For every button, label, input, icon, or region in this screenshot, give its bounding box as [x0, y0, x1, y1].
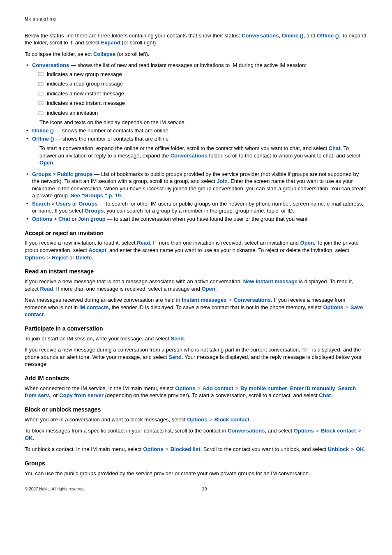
- text: .: [33, 435, 35, 441]
- heading-read: Read an instant message: [25, 268, 367, 275]
- text: Below the status line there are three fo…: [25, 32, 242, 39]
- options-link: Options: [143, 446, 163, 452]
- block-contact-link: Block contact: [214, 416, 249, 423]
- svg-point-5: [39, 111, 40, 112]
- list-item: indicates a read instant message: [38, 99, 367, 107]
- page-header: Messaging: [25, 16, 367, 22]
- instant-messages-link: Instant messages: [182, 297, 226, 303]
- text: New messages received during an active c…: [25, 297, 182, 303]
- heading-block: Block or unblock messages: [25, 406, 367, 414]
- text: folder, scroll to the contact to whom yo…: [208, 153, 360, 159]
- text: . If more than one invitation is receive…: [150, 240, 300, 246]
- text: .: [44, 311, 45, 317]
- delete-link: Delete: [76, 254, 92, 261]
- text: — shows the number of contacts that are …: [54, 127, 168, 134]
- groups-link: Groups: [32, 171, 51, 177]
- users-link: Users: [56, 201, 71, 207]
- text: ,: [279, 32, 282, 39]
- send-link: Send: [171, 335, 184, 342]
- heading-accept: Accept or reject an invitation: [25, 229, 367, 237]
- message-icon: [302, 347, 308, 353]
- text: (depending on the service provider). To …: [104, 392, 319, 398]
- offline-link: Offline (): [32, 136, 54, 142]
- options-link: Options: [175, 385, 195, 391]
- text: , the sender ID is displayed. To save a …: [108, 304, 323, 310]
- add-contact-link: Add contact: [203, 385, 233, 391]
- join-group-link: Join group: [78, 216, 106, 222]
- start-conv-text: To start a conversation, expand the onli…: [39, 145, 367, 166]
- ok-link: OK: [356, 446, 364, 452]
- options-link: Options: [187, 416, 207, 423]
- text: , and: [304, 32, 317, 39]
- join-link: Join: [217, 178, 228, 184]
- block-paragraph-2: To block messages from a specific contac…: [25, 427, 367, 442]
- im-contacts-link: IM contacts: [79, 304, 109, 310]
- footer: © 2007 Nokia. All rights reserved. 19: [25, 486, 367, 492]
- text: or: [71, 201, 78, 207]
- conversations-link: Conversations: [228, 428, 265, 434]
- text: (or scroll right).: [120, 39, 157, 46]
- text: — shows the list of new and read instant…: [69, 62, 306, 68]
- list-item: Conversations — shows the list of new an…: [25, 62, 367, 126]
- online-link: Online (): [32, 127, 54, 134]
- accept-link: Accept: [88, 247, 106, 253]
- list-item: Groups > Public groups — List of bookmar…: [25, 171, 367, 199]
- text: indicates a read group message: [47, 80, 123, 88]
- groups-link: Groups: [78, 201, 97, 207]
- options-link: Options: [323, 304, 343, 310]
- text: >: [51, 171, 57, 177]
- options-link: Options: [294, 428, 314, 434]
- list-item: indicates a read group message: [38, 80, 367, 88]
- see-groups-link[interactable]: See "Groups," p. 19.: [71, 192, 122, 199]
- heading-participate: Participate in a conversation: [25, 325, 367, 333]
- send-link: Send: [168, 354, 182, 360]
- block-paragraph-1: When you are in a conversation and want …: [25, 416, 367, 423]
- unblock-paragraph: To unblock a contact, in the IM main men…: [25, 446, 367, 453]
- reject-link: Reject: [52, 254, 68, 261]
- main-list: Conversations — shows the list of new an…: [25, 62, 367, 222]
- icons-note: The icons and texts on the display depen…: [39, 119, 367, 126]
- text: , you can search for a group by a member…: [104, 208, 294, 214]
- accept-paragraph: If you receive a new invitation, to read…: [25, 239, 367, 261]
- read-paragraph-2: New messages received during an active c…: [25, 296, 367, 318]
- chat-link: Chat: [329, 145, 341, 151]
- groups-link: Groups: [85, 208, 104, 214]
- chat-link: Chat: [58, 216, 70, 222]
- chevron-icon: >: [357, 427, 362, 435]
- public-groups-link: Public groups: [57, 171, 93, 177]
- text: . If more than one message is received, …: [53, 286, 201, 292]
- options-link: Options: [32, 216, 52, 222]
- new-group-message-icon: [38, 71, 44, 77]
- collapse-link: Collapse: [93, 51, 115, 57]
- open-link: Open: [39, 160, 53, 166]
- block-contact-link: Block contact: [321, 428, 356, 434]
- list-item: indicates an invitation: [38, 109, 367, 117]
- participate-paragraph-2: If you receive a new message during a co…: [25, 346, 367, 368]
- text: .: [331, 392, 332, 398]
- options-link: Options: [25, 254, 45, 261]
- text: >: [52, 216, 58, 222]
- chevron-icon: >: [165, 446, 169, 453]
- heading-add: Add IM contacts: [25, 375, 367, 382]
- expand-link: Expand: [101, 39, 120, 46]
- enter-id-link: Enter ID manually: [290, 385, 335, 391]
- chevron-icon: >: [315, 427, 319, 435]
- chevron-icon: >: [345, 304, 349, 311]
- open-link: Open: [202, 286, 215, 292]
- text: To collapse the folder, select: [25, 51, 93, 57]
- read-link: Read: [40, 286, 53, 292]
- text: . Scroll to the contact you want to unbl…: [201, 446, 328, 452]
- read-link: Read: [137, 240, 150, 246]
- by-mobile-link: By mobile number: [240, 385, 287, 391]
- text: If you receive a new message during a co…: [25, 347, 302, 353]
- text: When you are in a conversation and want …: [25, 416, 187, 423]
- chevron-icon: >: [197, 385, 201, 392]
- unblock-link: Unblock: [328, 446, 349, 452]
- text: ,: [335, 385, 338, 391]
- text: .: [92, 254, 93, 261]
- text: — shows the number of contacts that are …: [54, 136, 168, 142]
- blocked-list-link: Blocked list: [171, 446, 201, 452]
- search-link: Search: [32, 201, 50, 207]
- open-link: Open: [300, 240, 314, 246]
- text: If you receive a new invitation, to read…: [25, 240, 137, 246]
